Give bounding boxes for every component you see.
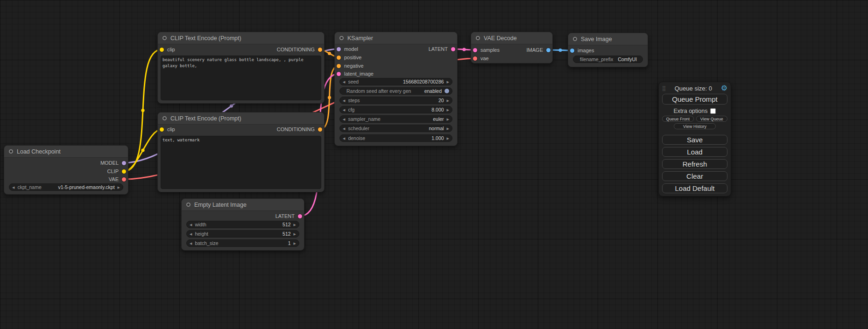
output-slot-conditioning: CONDITIONING <box>277 46 322 53</box>
widget-batch-size[interactable]: ◀ batch_size 1 ▶ <box>186 239 299 247</box>
increment-arrow-icon[interactable]: ▶ <box>447 127 449 130</box>
slot-dot-conditioning[interactable] <box>318 48 322 52</box>
widget-label: height <box>195 231 208 237</box>
decrement-arrow-icon[interactable]: ◀ <box>343 137 345 140</box>
increment-arrow-icon[interactable]: ▶ <box>447 80 449 84</box>
slot-label: clip <box>167 47 175 52</box>
slot-label: LATENT <box>275 213 295 219</box>
node-title: CLIP Text Encode (Prompt) <box>170 115 241 122</box>
node-title-bar[interactable]: VAE Decode <box>471 32 552 44</box>
queue-size-label: Queue size: 0 <box>675 85 712 92</box>
decrement-arrow-icon[interactable]: ◀ <box>343 118 345 121</box>
load-button[interactable]: Load <box>662 147 727 157</box>
slot-dot-model[interactable] <box>337 47 341 51</box>
widget-width[interactable]: ◀ width 512 ▶ <box>186 221 299 228</box>
node-title-bar[interactable]: Empty Latent Image <box>182 199 304 211</box>
widget-steps[interactable]: ◀ steps 20 ▶ <box>339 97 452 104</box>
decrement-arrow-icon[interactable]: ◀ <box>190 242 192 245</box>
slot-dot-latent-image[interactable] <box>337 72 341 76</box>
collapse-dot[interactable] <box>573 37 577 41</box>
drag-handle-icon[interactable]: ⣿ <box>662 86 666 91</box>
prompt-textarea[interactable]: text, watermark <box>161 136 321 189</box>
widget-label: ckpt_name <box>17 184 41 190</box>
refresh-button[interactable]: Refresh <box>662 159 727 169</box>
node-ksampler[interactable]: KSampler model positive negative latent_… <box>334 32 458 146</box>
widget-seed[interactable]: ◀ seed 156680208700286 ▶ <box>339 78 452 85</box>
widget-label: batch_size <box>195 240 218 246</box>
node-graph-canvas[interactable]: Load Checkpoint MODEL CLIP VAE ◀ ckpt_na… <box>0 0 868 329</box>
increment-arrow-icon[interactable]: ▶ <box>294 223 296 226</box>
collapse-dot[interactable] <box>186 203 191 207</box>
slot-dot-clip[interactable] <box>160 127 164 132</box>
collapse-dot[interactable] <box>9 149 13 154</box>
slot-dot-model[interactable] <box>122 161 126 165</box>
node-vae-decode[interactable]: VAE Decode samples vae IMAGE <box>471 32 553 63</box>
load-default-button[interactable]: Load Default <box>662 183 727 193</box>
node-title-bar[interactable]: CLIP Text Encode (Prompt) <box>158 32 324 44</box>
save-button[interactable]: Save <box>662 135 727 145</box>
increment-arrow-icon[interactable]: ▶ <box>447 99 449 102</box>
node-clip-text-encode-negative[interactable]: CLIP Text Encode (Prompt) clip CONDITION… <box>157 112 325 192</box>
slot-dot-images[interactable] <box>570 49 574 53</box>
clear-button[interactable]: Clear <box>662 171 727 181</box>
node-save-image[interactable]: Save Image images filename_prefix ComfyU… <box>568 33 648 67</box>
slot-dot-latent[interactable] <box>298 214 302 218</box>
node-load-checkpoint[interactable]: Load Checkpoint MODEL CLIP VAE ◀ ckpt_na… <box>4 145 128 195</box>
widget-sampler-name[interactable]: ◀ sampler_name euler ▶ <box>339 115 452 123</box>
toggle-indicator[interactable] <box>445 89 449 93</box>
increment-arrow-icon[interactable]: ▶ <box>118 186 120 189</box>
queue-front-button[interactable]: Queue Front <box>662 116 694 122</box>
widget-denoise[interactable]: ◀ denoise 1.000 ▶ <box>339 134 452 142</box>
node-title-bar[interactable]: CLIP Text Encode (Prompt) <box>158 112 324 125</box>
extra-options-checkbox[interactable] <box>710 108 716 114</box>
node-title-bar[interactable]: Save Image <box>568 33 648 45</box>
slot-label: negative <box>344 63 364 69</box>
decrement-arrow-icon[interactable]: ◀ <box>343 127 345 130</box>
input-slot-clip: clip <box>160 46 175 53</box>
node-title-bar[interactable]: KSampler <box>335 32 457 44</box>
node-empty-latent-image[interactable]: Empty Latent Image LATENT ◀ width 512 ▶ … <box>181 198 304 251</box>
widget-filename-prefix[interactable]: filename_prefix ComfyUI <box>573 56 643 63</box>
collapse-dot[interactable] <box>162 116 167 120</box>
slot-dot-clip[interactable] <box>122 169 126 174</box>
view-history-button[interactable]: View History <box>674 123 716 129</box>
increment-arrow-icon[interactable]: ▶ <box>447 108 449 112</box>
decrement-arrow-icon[interactable]: ◀ <box>343 80 345 84</box>
input-slot-samples: samples <box>473 46 500 54</box>
collapse-dot[interactable] <box>339 36 344 40</box>
node-clip-text-encode-positive[interactable]: CLIP Text Encode (Prompt) clip CONDITION… <box>157 32 325 104</box>
slot-dot-conditioning[interactable] <box>318 127 322 132</box>
view-queue-button[interactable]: View Queue <box>696 116 728 122</box>
slot-dot-clip[interactable] <box>160 48 164 52</box>
decrement-arrow-icon[interactable]: ◀ <box>343 99 345 102</box>
widget-value: normal <box>429 126 444 131</box>
decrement-arrow-icon[interactable]: ◀ <box>12 186 14 189</box>
widget-ckpt-name[interactable]: ◀ ckpt_name v1-5-pruned-emaonly.ckpt ▶ <box>9 183 123 191</box>
decrement-arrow-icon[interactable]: ◀ <box>190 232 192 236</box>
collapse-dot[interactable] <box>162 36 167 40</box>
slot-dot-image[interactable] <box>546 48 550 52</box>
widget-height[interactable]: ◀ height 512 ▶ <box>186 230 299 238</box>
decrement-arrow-icon[interactable]: ◀ <box>190 223 192 226</box>
slot-dot-latent[interactable] <box>451 47 455 51</box>
prompt-textarea[interactable]: beautiful scenery nature glass bottle la… <box>161 56 321 100</box>
widget-label: denoise <box>348 135 365 141</box>
increment-arrow-icon[interactable]: ▶ <box>294 242 296 245</box>
increment-arrow-icon[interactable]: ▶ <box>447 118 449 121</box>
slot-dot-positive[interactable] <box>337 56 341 60</box>
slot-dot-samples[interactable] <box>473 48 477 52</box>
decrement-arrow-icon[interactable]: ◀ <box>343 108 345 112</box>
slot-dot-negative[interactable] <box>337 64 341 68</box>
widget-random-seed-toggle[interactable]: Random seed after every gen enabled <box>339 87 452 95</box>
slot-dot-vae[interactable] <box>473 56 477 61</box>
increment-arrow-icon[interactable]: ▶ <box>294 232 296 236</box>
node-title-bar[interactable]: Load Checkpoint <box>4 146 128 158</box>
increment-arrow-icon[interactable]: ▶ <box>447 137 449 140</box>
slot-dot-vae[interactable] <box>122 177 126 182</box>
node-title: Load Checkpoint <box>17 148 61 155</box>
settings-gear-icon[interactable]: ⚙ <box>721 84 727 92</box>
widget-cfg[interactable]: ◀ cfg 8.000 ▶ <box>339 106 452 113</box>
queue-prompt-button[interactable]: Queue Prompt <box>662 94 727 105</box>
widget-scheduler[interactable]: ◀ scheduler normal ▶ <box>339 125 452 132</box>
collapse-dot[interactable] <box>476 36 480 40</box>
